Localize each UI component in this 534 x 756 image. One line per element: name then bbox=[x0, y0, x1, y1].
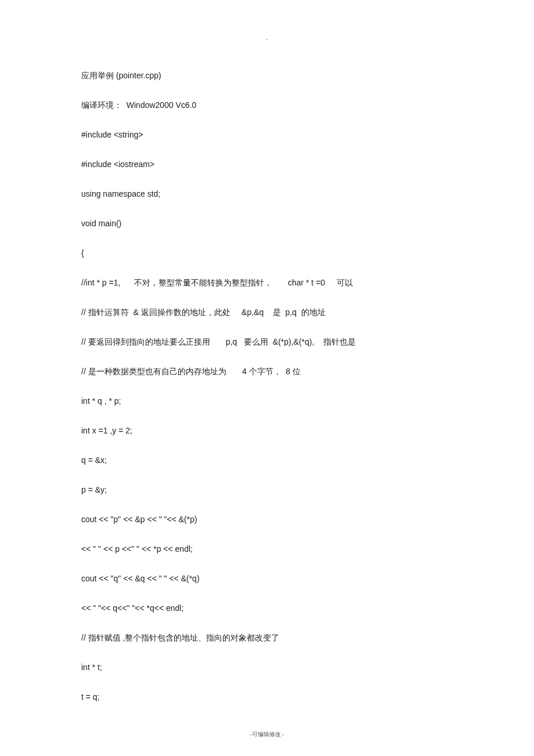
code-line: // 指针赋值 ,整个指针包含的地址、指向的对象都改变了 bbox=[81, 632, 453, 644]
code-line: using namespace std; bbox=[81, 188, 453, 200]
code-line: void main() bbox=[81, 218, 453, 230]
code-line: // 指针运算符 & 返回操作数的地址，此处 &p,&q 是 p,q 的地址 bbox=[81, 306, 453, 319]
code-line: #include <string> bbox=[81, 129, 453, 141]
code-line: << " "<< q<<" "<< *q<< endl; bbox=[81, 602, 453, 614]
code-line: cout << "q" << &q << " " << &(*q) bbox=[81, 573, 453, 585]
code-line: //int * p =1, 不对，整型常量不能转换为整型指针， char * t… bbox=[81, 277, 453, 289]
code-line: q = &x; bbox=[81, 454, 453, 466]
code-line: int * q , * p; bbox=[81, 395, 453, 407]
code-line: int * t; bbox=[81, 661, 453, 674]
footer-text: -可编辑修改 - bbox=[0, 730, 534, 739]
code-line: t = q; bbox=[81, 691, 453, 703]
code-line: // 是一种数据类型也有自己的内存地址为 4 个字节， 8 位 bbox=[81, 366, 453, 378]
top-mark: . bbox=[266, 35, 268, 41]
code-line: << " " << p <<" " << *p << endl; bbox=[81, 543, 453, 555]
code-line: // 要返回得到指向的地址要么正接用 p,q 要么用 &(*p),&(*q), … bbox=[81, 336, 453, 348]
code-line: int x =1 ,y = 2; bbox=[81, 425, 453, 437]
code-line: { bbox=[81, 247, 453, 259]
code-line: 应用举例 (pointer.cpp) bbox=[81, 70, 453, 82]
document-page: . 应用举例 (pointer.cpp) 编译环境： Window2000 Vc… bbox=[0, 0, 534, 756]
code-line: #include <iostream> bbox=[81, 158, 453, 171]
code-line: cout << "p" << &p << " "<< &(*p) bbox=[81, 513, 453, 526]
code-line: 编译环境： Window2000 Vc6.0 bbox=[81, 99, 453, 111]
code-line: p = &y; bbox=[81, 484, 453, 496]
